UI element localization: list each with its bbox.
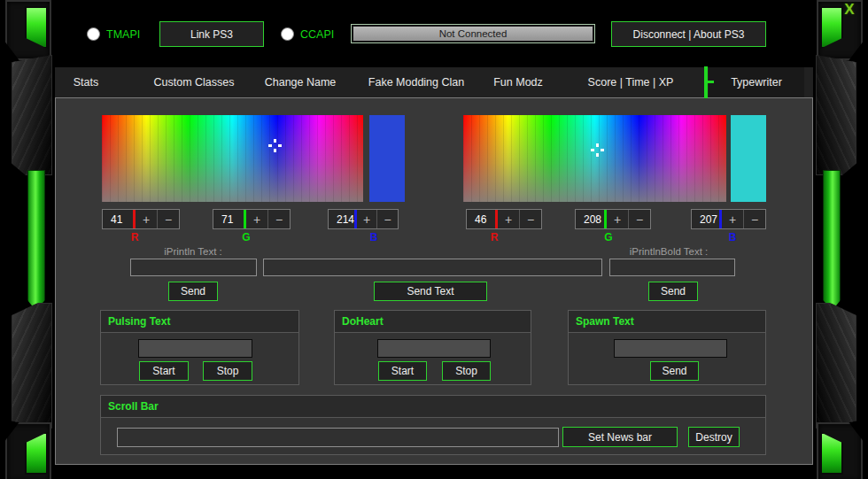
iprintlnbold-label: iPrintlnBold Text :: [630, 246, 709, 257]
spawn-text-title: Spawn Text: [569, 311, 765, 333]
send-text-input[interactable]: [263, 259, 602, 276]
iprintln-label: iPrintln Text :: [164, 246, 222, 257]
pulsing-stop-button[interactable]: Stop: [203, 361, 252, 381]
iprintlnbold-text-input[interactable]: [609, 259, 735, 276]
app-window: X TMAPI Link PS3 CCAPI Not Connected Dis…: [0, 0, 868, 479]
destroy-button[interactable]: Destroy: [688, 427, 740, 447]
iprintln-text-input[interactable]: [130, 259, 257, 276]
doheart-input[interactable]: [377, 339, 491, 358]
spawn-text-input[interactable]: [614, 339, 727, 358]
pulsing-start-button[interactable]: Start: [139, 361, 189, 381]
r-label-right: R: [491, 231, 499, 243]
color-picker-left[interactable]: [102, 115, 363, 202]
stepper-left-b-value[interactable]: 214: [329, 210, 354, 228]
stepper-right-b: 207 + −: [691, 209, 766, 229]
pulsing-text-title: Pulsing Text: [101, 311, 298, 333]
doheart-title: DoHeart: [335, 311, 531, 333]
active-tab-indicator: [704, 66, 708, 98]
b-label-right: B: [729, 231, 737, 243]
stepper-right-b-minus-button[interactable]: −: [744, 210, 765, 228]
scroll-bar-group: Scroll Bar Set News bar Destroy: [100, 395, 766, 455]
send-text-button[interactable]: Send Text: [374, 282, 487, 301]
stepper-left-b-plus-button[interactable]: +: [357, 210, 377, 228]
close-icon[interactable]: X: [838, 0, 861, 19]
iprintln-send-button[interactable]: Send: [168, 282, 218, 301]
color-crosshair-right: [591, 143, 604, 157]
stepper-right-r-minus-button[interactable]: −: [520, 210, 541, 228]
pulsing-text-input[interactable]: [138, 339, 252, 358]
stepper-right-r-value[interactable]: 46: [467, 210, 495, 228]
stepper-left-r-plus-button[interactable]: +: [136, 210, 157, 228]
news-bar-input[interactable]: [117, 428, 559, 447]
doheart-start-button[interactable]: Start: [378, 361, 427, 381]
scroll-bar-title: Scroll Bar: [101, 396, 765, 418]
set-news-bar-button[interactable]: Set News bar: [562, 427, 678, 447]
stepper-left-r-value[interactable]: 41: [103, 210, 133, 228]
stepper-left-r-minus-button[interactable]: −: [158, 210, 179, 228]
doheart-stop-button[interactable]: Stop: [442, 361, 491, 381]
r-label-left: R: [131, 231, 139, 243]
b-label-left: B: [370, 231, 378, 243]
stepper-right-g-plus-button[interactable]: +: [607, 210, 628, 228]
stepper-left-g-plus-button[interactable]: +: [246, 210, 267, 228]
stepper-right-g-minus-button[interactable]: −: [629, 210, 650, 228]
stepper-right-g-value[interactable]: 208: [576, 210, 604, 228]
stepper-right-b-value[interactable]: 207: [692, 210, 719, 228]
stepper-right-b-plus-button[interactable]: +: [722, 210, 743, 228]
iprintlnbold-send-button[interactable]: Send: [648, 282, 698, 301]
spawn-send-button[interactable]: Send: [650, 361, 699, 381]
stepper-right-r: 46 + −: [466, 209, 542, 229]
stepper-left-g: 71 + −: [213, 209, 291, 229]
stepper-left-r: 41 + −: [102, 209, 180, 229]
color-swatch-right[interactable]: [731, 115, 766, 202]
stepper-left-g-value[interactable]: 71: [213, 210, 244, 228]
color-picker-right[interactable]: [463, 115, 726, 202]
doheart-group: DoHeart Start Stop: [334, 310, 531, 385]
stepper-left-b-minus-button[interactable]: −: [377, 210, 398, 228]
spawn-text-group: Spawn Text Send: [568, 310, 766, 385]
stepper-right-g: 208 + −: [575, 209, 651, 229]
g-label-left: G: [242, 231, 250, 243]
stepper-right-r-plus-button[interactable]: +: [498, 210, 519, 228]
stepper-left-b: 214 + −: [328, 209, 399, 229]
color-crosshair-left: [268, 139, 282, 152]
color-swatch-left[interactable]: [369, 115, 405, 202]
g-label-right: G: [604, 231, 612, 243]
pulsing-text-group: Pulsing Text Start Stop: [100, 310, 299, 385]
stepper-left-g-minus-button[interactable]: −: [268, 210, 290, 228]
